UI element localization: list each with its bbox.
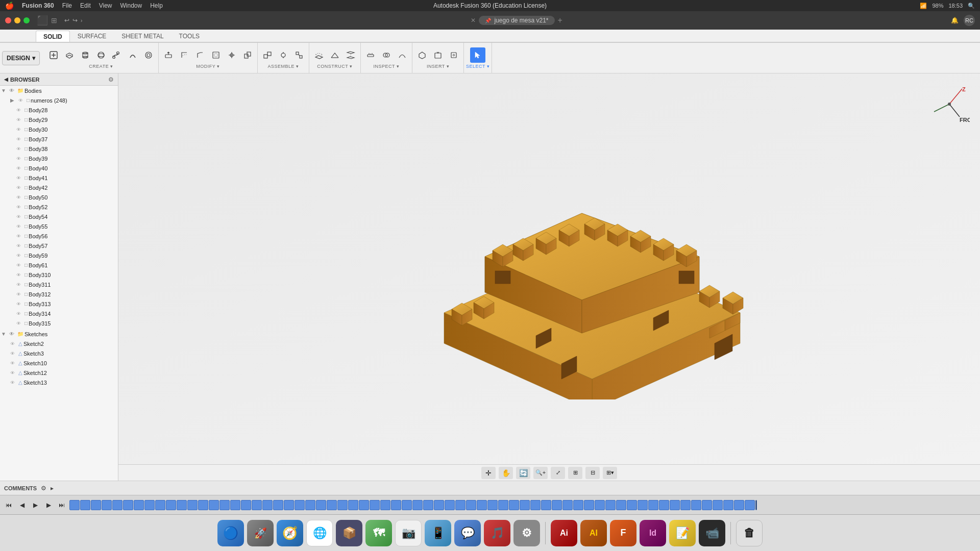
body-vis-icon[interactable]: 👁: [16, 156, 23, 161]
assemble-rigid-icon[interactable]: [291, 47, 307, 63]
apple-menu[interactable]: 🍎: [5, 2, 14, 10]
timeline-item[interactable]: [209, 500, 219, 510]
sidebar-body-item[interactable]: 👁 □ Body50: [0, 192, 118, 202]
timeline-skip-back[interactable]: ⏮: [3, 499, 14, 511]
sidebar-body-item[interactable]: 👁 □ Body315: [0, 318, 118, 328]
sidebar-body-item[interactable]: 👁 □ Body28: [0, 105, 118, 115]
timeline-item[interactable]: [370, 500, 380, 510]
grid-settings-icon[interactable]: ⊟: [585, 467, 600, 479]
body-vis-icon[interactable]: 👁: [16, 176, 23, 181]
timeline-item[interactable]: [177, 500, 187, 510]
notifications-icon[interactable]: 🔔: [951, 17, 959, 24]
timeline-item[interactable]: [112, 500, 122, 510]
insert-decal-icon[interactable]: [446, 47, 461, 63]
body-checkbox-icon[interactable]: □: [24, 165, 28, 171]
body-vis-icon[interactable]: 👁: [16, 253, 23, 258]
sidebar-body-item[interactable]: 👁 □ Body61: [0, 260, 118, 270]
timeline-item[interactable]: [584, 500, 594, 510]
insert-mesh-icon[interactable]: [414, 47, 430, 63]
timeline-item[interactable]: [155, 500, 165, 510]
viewport[interactable]: Z FRONT ✛ ✋ 🔄 🔍+ ⤢ ⊞ ⊟: [118, 73, 980, 481]
active-tab[interactable]: 📌 juego de mesa v21*: [479, 16, 554, 25]
body-checkbox-icon[interactable]: □: [24, 311, 28, 316]
timeline-item[interactable]: [498, 500, 508, 510]
display-settings-icon[interactable]: ⊞: [568, 467, 582, 479]
inspect-interference-icon[interactable]: [379, 47, 394, 63]
sidebar-body-item[interactable]: 👁 □ Body310: [0, 270, 118, 280]
modify-chamfer-icon[interactable]: [192, 47, 208, 63]
timeline-item[interactable]: [605, 500, 616, 510]
sketches-eye-icon[interactable]: 👁: [9, 331, 16, 337]
body-checkbox-icon[interactable]: □: [24, 262, 28, 268]
body-vis-icon[interactable]: 👁: [16, 195, 23, 200]
assemble-joint-icon[interactable]: [276, 47, 291, 63]
dock-finder[interactable]: 🔵: [217, 520, 244, 546]
menu-edit[interactable]: Edit: [80, 2, 91, 9]
timeline-item[interactable]: [723, 500, 733, 510]
close-button[interactable]: [5, 17, 11, 23]
dock-chrome[interactable]: 🌐: [306, 520, 333, 546]
sidebar-sketch-item[interactable]: 👁 △ Sketch10: [0, 358, 118, 368]
timeline-item[interactable]: [520, 500, 530, 510]
body-checkbox-icon[interactable]: □: [24, 282, 28, 287]
body-checkbox-icon[interactable]: □: [24, 320, 28, 326]
timeline-item[interactable]: [305, 500, 315, 510]
body-checkbox-icon[interactable]: □: [24, 233, 28, 239]
sidebar-sketch-item[interactable]: 👁 △ Sketch13: [0, 378, 118, 387]
timeline-item[interactable]: [187, 500, 198, 510]
dock-trash[interactable]: 🗑: [736, 520, 763, 546]
timeline-item[interactable]: [391, 500, 401, 510]
timeline-item[interactable]: [434, 500, 444, 510]
timeline-item[interactable]: [198, 500, 208, 510]
minimize-button[interactable]: [14, 17, 20, 23]
timeline-item[interactable]: [638, 500, 648, 510]
timeline-item[interactable]: [102, 500, 112, 510]
sidebar-body-item[interactable]: 👁 □ Body40: [0, 163, 118, 173]
timeline-item[interactable]: [487, 500, 498, 510]
sidebar-body-item[interactable]: 👁 □ Body57: [0, 241, 118, 251]
browser-collapse-icon[interactable]: ◀: [4, 77, 8, 82]
pan-tool-icon[interactable]: ✋: [499, 467, 513, 479]
bodies-eye-icon[interactable]: 👁: [9, 88, 16, 93]
sidebar-body-item[interactable]: 👁 □ Body38: [0, 144, 118, 154]
tab-solid[interactable]: SOLID: [36, 31, 70, 42]
dock-app2[interactable]: 📱: [425, 520, 451, 546]
body-vis-icon[interactable]: 👁: [16, 292, 23, 297]
timeline-play[interactable]: ▶: [30, 499, 41, 511]
timeline-item[interactable]: [659, 500, 669, 510]
dock-illustrator[interactable]: AI: [580, 520, 607, 546]
cursor-tool-icon[interactable]: ✛: [481, 467, 496, 479]
construct-offset-plane-icon[interactable]: [311, 47, 327, 63]
timeline-item[interactable]: [144, 500, 155, 510]
timeline-item[interactable]: [595, 500, 605, 510]
body-vis-icon[interactable]: 👁: [16, 166, 23, 171]
assemble-component-icon[interactable]: [260, 47, 275, 63]
body-vis-icon[interactable]: 👁: [16, 321, 23, 326]
dock-screenium[interactable]: 📹: [699, 520, 725, 546]
construct-plane-angle-icon[interactable]: [327, 47, 342, 63]
timeline-prev[interactable]: ◀: [16, 499, 28, 511]
more-settings-icon[interactable]: ⊞▾: [603, 467, 617, 479]
timeline-item[interactable]: [359, 500, 369, 510]
browser-settings-icon[interactable]: ⚙: [108, 76, 114, 83]
inspect-curvature-icon[interactable]: [395, 47, 410, 63]
body-vis-icon[interactable]: 👁: [16, 127, 23, 132]
zoom-window-icon[interactable]: 🔍+: [533, 467, 548, 479]
sketch-vis-icon[interactable]: 👁: [10, 370, 17, 375]
sketches-section-header[interactable]: ▼ 👁 📁 Sketches: [0, 329, 118, 339]
timeline-item[interactable]: [423, 500, 433, 510]
timeline-item[interactable]: [219, 500, 230, 510]
body-vis-icon[interactable]: 👁: [16, 302, 23, 307]
timeline-item[interactable]: [530, 500, 541, 510]
body-vis-icon[interactable]: 👁: [16, 282, 23, 287]
menu-help[interactable]: Help: [150, 2, 163, 9]
orbit-tool-icon[interactable]: 🔄: [516, 467, 530, 479]
sidebar-body-item[interactable]: 👁 □ Body52: [0, 202, 118, 212]
body-checkbox-icon[interactable]: □: [24, 204, 28, 210]
body-vis-icon[interactable]: 👁: [16, 117, 23, 122]
timeline-item[interactable]: [230, 500, 240, 510]
body-checkbox-icon[interactable]: □: [24, 185, 28, 190]
body-checkbox-icon[interactable]: □: [24, 175, 28, 181]
sidebar-body-item[interactable]: 👁 □ Body30: [0, 124, 118, 134]
body-vis-icon[interactable]: 👁: [16, 108, 23, 113]
